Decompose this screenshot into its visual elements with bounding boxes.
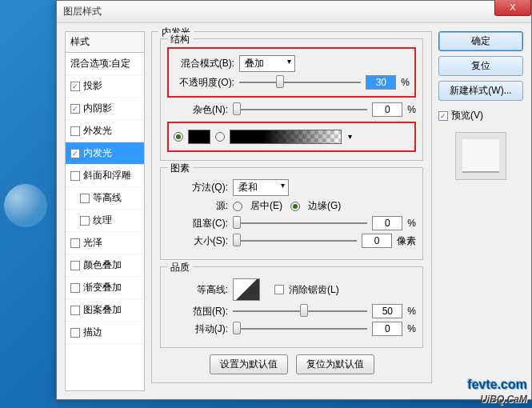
checkbox[interactable] — [70, 283, 80, 293]
color-radio[interactable] — [174, 132, 183, 142]
checkbox[interactable] — [70, 126, 80, 136]
make-default-button[interactable]: 设置为默认值 — [210, 354, 288, 374]
checkbox[interactable] — [80, 216, 90, 226]
main-panel: 内发光 结构 混合模式(B): 叠加 不透明度(O): 30 % — [151, 31, 432, 391]
style-label: 混合选项:自定 — [70, 57, 130, 70]
reset-default-button[interactable]: 复位为默认值 — [296, 354, 374, 374]
style-bevel-emboss[interactable]: 斜面和浮雕 — [66, 165, 144, 187]
style-outer-glow[interactable]: 外发光 — [66, 120, 144, 142]
source-edge-label: 边缘(G) — [308, 199, 341, 213]
inner-glow-fieldset: 内发光 结构 混合模式(B): 叠加 不透明度(O): 30 % — [151, 31, 432, 383]
style-contour[interactable]: 等高线 — [66, 187, 144, 210]
styles-list-panel: 样式 混合选项:自定 投影 内阴影 外发光 内发光 斜面和浮雕 等高线 纹理 光… — [65, 31, 145, 391]
highlight-box-2 — [167, 122, 416, 152]
style-label: 斜面和浮雕 — [83, 169, 131, 182]
gradient-picker[interactable] — [230, 130, 342, 144]
style-label: 图案叠加 — [83, 303, 122, 317]
jitter-unit: % — [407, 323, 416, 334]
preview-label: 预览(V) — [451, 109, 483, 122]
opacity-label: 不透明度(O): — [174, 76, 234, 90]
quality-legend: 品质 — [167, 261, 193, 274]
opacity-slider[interactable] — [239, 75, 361, 90]
elements-group: 图素 方法(Q): 柔和 源: 居中(E) 边缘(G) 阻塞(C): — [160, 167, 423, 260]
gradient-radio[interactable] — [215, 132, 225, 142]
highlight-box-1: 混合模式(B): 叠加 不透明度(O): 30 % — [167, 47, 416, 98]
size-label: 大小(S): — [167, 234, 228, 248]
choke-input[interactable]: 0 — [372, 216, 402, 230]
checkbox[interactable] — [70, 306, 80, 315]
style-inner-glow[interactable]: 内发光 — [66, 142, 144, 165]
styles-header[interactable]: 样式 — [66, 32, 144, 53]
right-panel: 确定 复位 新建样式(W)... 预览(V) — [438, 31, 523, 391]
cancel-button[interactable]: 复位 — [438, 56, 523, 76]
noise-label: 杂色(N): — [167, 103, 228, 117]
jitter-slider[interactable] — [233, 322, 367, 336]
structure-legend: 结构 — [167, 33, 193, 46]
noise-input[interactable]: 0 — [372, 102, 402, 117]
antialias-label: 消除锯齿(L) — [289, 283, 339, 297]
jitter-input[interactable]: 0 — [372, 322, 402, 336]
bg-bubble — [4, 184, 47, 227]
choke-slider[interactable] — [233, 216, 367, 230]
style-label: 内发光 — [83, 146, 112, 160]
preview-swatch — [455, 132, 506, 180]
quality-group: 品质 等高线: 消除锯齿(L) 范围(R): 50 % — [160, 266, 423, 348]
source-edge-radio[interactable] — [290, 202, 300, 211]
style-label: 投影 — [83, 79, 102, 93]
blend-mode-dropdown[interactable]: 叠加 — [239, 55, 295, 72]
style-label: 纹理 — [93, 214, 112, 227]
contour-picker[interactable] — [233, 278, 260, 301]
titlebar[interactable]: 图层样式 X — [57, 1, 531, 23]
checkbox[interactable] — [70, 238, 80, 248]
checkbox[interactable] — [70, 171, 80, 181]
style-label: 外发光 — [83, 124, 112, 138]
close-button[interactable]: X — [494, 0, 531, 16]
range-unit: % — [407, 306, 416, 317]
style-label: 渐变叠加 — [83, 281, 122, 294]
opacity-input[interactable]: 30 — [366, 75, 396, 90]
opacity-unit: % — [401, 77, 410, 88]
checkbox[interactable] — [80, 194, 90, 203]
elements-legend: 图素 — [167, 162, 193, 175]
style-texture[interactable]: 纹理 — [66, 210, 144, 232]
technique-dropdown[interactable]: 柔和 — [233, 179, 289, 196]
size-input[interactable]: 0 — [362, 234, 392, 248]
style-label: 等高线 — [93, 191, 122, 205]
checkbox[interactable] — [70, 104, 80, 114]
preview-checkbox-row: 预览(V) — [438, 109, 523, 122]
size-unit: 像素 — [397, 234, 416, 248]
choke-unit: % — [407, 218, 416, 229]
checkbox[interactable] — [70, 149, 80, 158]
style-gradient-overlay[interactable]: 渐变叠加 — [66, 277, 144, 299]
source-radio-group: 居中(E) 边缘(G) — [233, 199, 341, 213]
style-pattern-overlay[interactable]: 图案叠加 — [66, 299, 144, 322]
dialog-content: 样式 混合选项:自定 投影 内阴影 外发光 内发光 斜面和浮雕 等高线 纹理 光… — [57, 23, 531, 399]
checkbox[interactable] — [70, 328, 80, 338]
blend-mode-label: 混合模式(B): — [174, 57, 234, 70]
style-label: 光泽 — [83, 236, 102, 250]
style-stroke[interactable]: 描边 — [66, 322, 144, 344]
range-slider[interactable] — [233, 304, 367, 318]
noise-slider[interactable] — [233, 102, 367, 117]
preview-checkbox[interactable] — [438, 111, 448, 121]
technique-label: 方法(Q): — [167, 181, 228, 194]
style-blending-options[interactable]: 混合选项:自定 — [66, 53, 144, 75]
range-input[interactable]: 50 — [372, 304, 402, 318]
style-drop-shadow[interactable]: 投影 — [66, 75, 144, 98]
new-style-button[interactable]: 新建样式(W)... — [438, 81, 523, 101]
contour-label: 等高线: — [167, 283, 228, 297]
checkbox[interactable] — [70, 261, 80, 270]
style-satin[interactable]: 光泽 — [66, 232, 144, 254]
style-label: 描边 — [83, 326, 102, 339]
antialias-checkbox[interactable] — [274, 285, 284, 294]
style-color-overlay[interactable]: 颜色叠加 — [66, 254, 144, 277]
style-inner-shadow[interactable]: 内阴影 — [66, 98, 144, 120]
size-slider[interactable] — [233, 234, 357, 248]
ok-button[interactable]: 确定 — [438, 31, 523, 51]
color-swatch[interactable] — [188, 130, 210, 144]
source-center-label: 居中(E) — [250, 199, 282, 213]
default-buttons: 设置为默认值 复位为默认值 — [160, 354, 423, 374]
range-label: 范围(R): — [167, 305, 228, 318]
source-center-radio[interactable] — [233, 202, 242, 211]
checkbox[interactable] — [70, 82, 80, 91]
